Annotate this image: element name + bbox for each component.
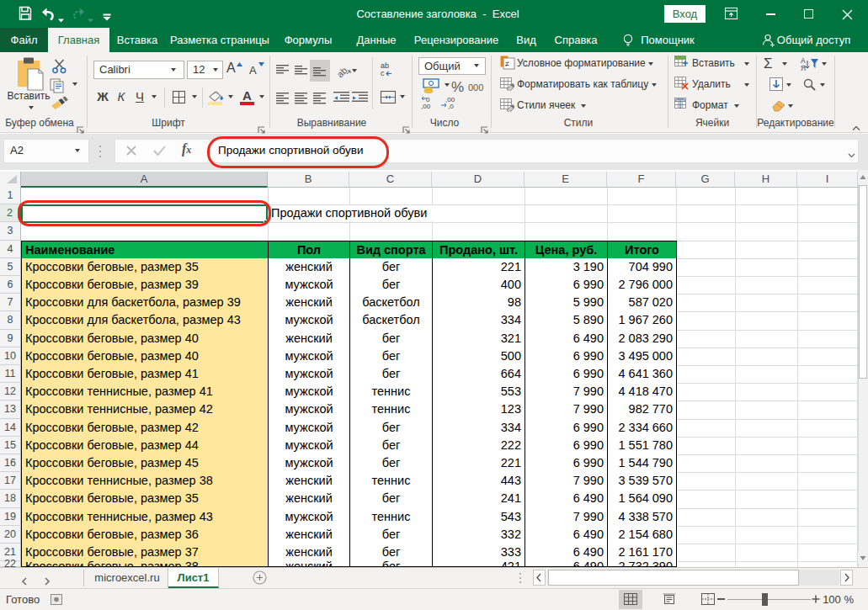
svg-text:,00: ,00 (421, 103, 431, 110)
svg-text:≠: ≠ (505, 60, 509, 68)
svg-text:,0: ,0 (448, 103, 454, 110)
svg-text:ab: ab (335, 65, 349, 79)
svg-text:Я: Я (801, 64, 806, 72)
svg-text:c: c (381, 69, 385, 77)
